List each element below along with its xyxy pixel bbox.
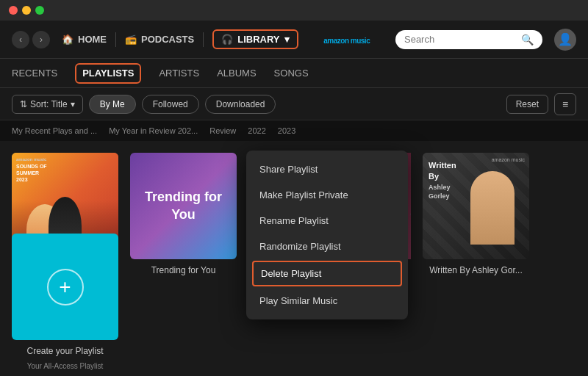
tab-albums[interactable]: ALBUMS — [217, 59, 256, 88]
playlist-card-written[interactable]: Written By Ashley Gorley amazon music Wr… — [423, 153, 529, 275]
playlist-card-create[interactable]: + Create your Playlist Your All-Access P… — [12, 234, 118, 370]
context-menu-private[interactable]: Make Playlist Private — [246, 182, 408, 208]
breadcrumb-item-3[interactable]: 2022 — [248, 126, 265, 135]
nav-divider-1 — [115, 32, 116, 47]
context-menu-similar[interactable]: Play Similar Music — [246, 288, 408, 314]
podcasts-nav-item[interactable]: 📻 PODCASTS — [125, 34, 194, 45]
filter-icon-button[interactable]: ≡ — [554, 93, 576, 115]
sort-button[interactable]: ⇅ Sort: Title ▾ — [12, 95, 83, 114]
minimize-button[interactable] — [22, 6, 31, 15]
breadcrumb-item-2[interactable]: Review — [209, 126, 236, 135]
filter-bar: ⇅ Sort: Title ▾ By Me Followed Downloade… — [0, 88, 588, 120]
downloaded-filter[interactable]: Downloaded — [205, 95, 276, 114]
context-menu: Share Playlist Make Playlist Private Ren… — [246, 151, 408, 319]
sort-dropdown-icon: ▾ — [71, 99, 75, 109]
library-label: LIBRARY — [237, 34, 279, 45]
context-menu-share[interactable]: Share Playlist — [246, 156, 408, 182]
tab-artists[interactable]: ARTISTS — [159, 59, 199, 88]
tab-bar: RECENTS PLAYLISTS ARTISTS ALBUMS SONGS — [0, 59, 588, 88]
search-icon[interactable]: 🔍 — [521, 34, 534, 46]
reset-button[interactable]: Reset — [506, 95, 548, 114]
breadcrumb-item-0[interactable]: My Recent Plays and ... — [12, 126, 97, 135]
nav-arrows: ‹ › — [12, 31, 50, 48]
podcasts-icon: 📻 — [125, 34, 137, 45]
title-bar — [0, 0, 588, 21]
create-playlist-label: Create your Playlist — [12, 346, 118, 356]
context-menu-randomize[interactable]: Randomize Playlist — [246, 234, 408, 259]
breadcrumb-item-4[interactable]: 2023 — [278, 126, 295, 135]
nav-divider-2 — [203, 32, 204, 47]
library-nav-item[interactable]: 🎧 LIBRARY ▾ — [212, 29, 298, 49]
breadcrumb-bar: My Recent Plays and ... My Year in Revie… — [0, 120, 588, 141]
create-playlist-inner: + — [47, 269, 84, 306]
plus-circle-icon: + — [47, 269, 84, 306]
back-button[interactable]: ‹ — [12, 31, 29, 48]
breadcrumb-item-1[interactable]: My Year in Review 202... — [109, 126, 198, 135]
followed-filter[interactable]: Followed — [142, 95, 199, 114]
context-menu-delete[interactable]: Delete Playlist — [252, 261, 402, 286]
tab-songs[interactable]: SONGS — [274, 59, 309, 88]
playlist-card-written-label: Written By Ashley Gor... — [423, 265, 529, 275]
trending-card-text: Trending for You — [130, 180, 237, 232]
context-menu-rename[interactable]: Rename Playlist — [246, 208, 408, 234]
playlist-thumbnail-written: Written By Ashley Gorley amazon music — [423, 153, 529, 259]
playlist-thumbnail-create: + — [12, 234, 118, 340]
search-bar[interactable]: 🔍 — [395, 30, 542, 49]
home-icon: 🏠 — [62, 34, 74, 45]
podcasts-label: PODCASTS — [141, 34, 194, 45]
sort-icon: ⇅ — [20, 99, 27, 109]
library-icon: 🎧 — [221, 34, 233, 45]
amazon-music-logo: amazon music — [323, 33, 370, 46]
create-playlist-sublabel: Your All-Access Playlist — [12, 362, 118, 370]
playlist-thumbnail-trending: Trending for You — [130, 153, 237, 259]
playlist-card-trending[interactable]: Trending for You Trending for You — [130, 153, 237, 275]
playlist-card-trending-label: Trending for You — [130, 265, 237, 275]
tab-recents[interactable]: RECENTS — [12, 59, 57, 88]
library-dropdown-icon: ▾ — [284, 34, 290, 45]
sort-label: Sort: Title — [30, 99, 68, 109]
home-label: HOME — [78, 34, 107, 45]
close-button[interactable] — [9, 6, 18, 15]
tab-playlists[interactable]: PLAYLISTS — [75, 63, 141, 84]
maximize-button[interactable] — [35, 6, 44, 15]
by-me-filter[interactable]: By Me — [89, 95, 136, 114]
home-nav-item[interactable]: 🏠 HOME — [62, 34, 107, 45]
nav-bar: ‹ › 🏠 HOME 📻 PODCASTS 🎧 LIBRARY ▾ amazon… — [0, 21, 588, 59]
search-input[interactable] — [404, 34, 515, 45]
user-avatar[interactable]: 👤 — [554, 29, 576, 51]
forward-button[interactable]: › — [32, 31, 50, 48]
